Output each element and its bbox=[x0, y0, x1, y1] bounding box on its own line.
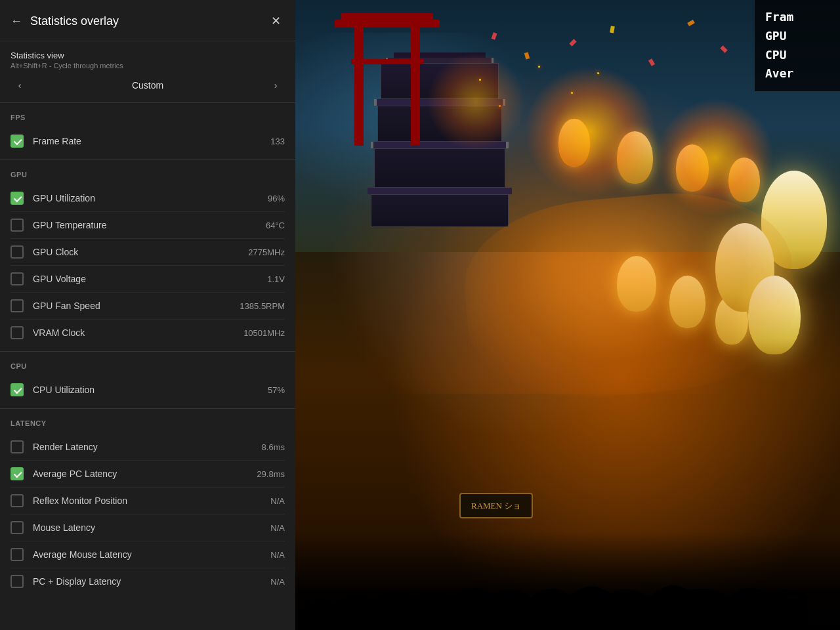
checkbox-gpu-temperature[interactable] bbox=[10, 219, 24, 232]
checkbox-cpu-utilization[interactable] bbox=[10, 383, 24, 396]
stats-view-prev-button[interactable]: ‹ bbox=[10, 76, 29, 94]
metric-row-frame-rate: Frame Rate 133 bbox=[10, 128, 285, 154]
checkbox-render-latency[interactable] bbox=[10, 440, 24, 453]
close-icon[interactable]: ✕ bbox=[266, 12, 285, 30]
overlay-stat-avg-latency: Aver bbox=[765, 64, 830, 83]
stats-view-nav: ‹ Custom › bbox=[10, 76, 285, 94]
metric-value-gpu-utilization: 96% bbox=[232, 194, 285, 203]
metric-row-average-pc-latency: Average PC Latency 29.8ms bbox=[10, 461, 285, 488]
lantern-4 bbox=[728, 158, 760, 202]
metric-row-gpu-utilization: GPU Utilization 96% bbox=[10, 185, 285, 212]
fps-section: FPS Frame Rate 133 bbox=[0, 103, 295, 154]
metric-name-reflex-monitor-position: Reflex Monitor Position bbox=[33, 495, 232, 506]
stats-view-section: Statistics view Alt+Shift+R - Cycle thro… bbox=[0, 41, 295, 103]
cpu-section: CPU CPU Utilization 57% bbox=[0, 352, 295, 403]
game-view: RAMEN ショ Fram GPU CPU Aver bbox=[295, 0, 840, 630]
metric-value-gpu-clock: 2775MHz bbox=[232, 247, 285, 257]
checkbox-mouse-latency[interactable] bbox=[10, 521, 24, 534]
metric-value-gpu-fan-speed: 1385.5RPM bbox=[232, 301, 285, 311]
fps-section-label: FPS bbox=[10, 114, 285, 121]
checkbox-gpu-fan-speed[interactable] bbox=[10, 299, 24, 312]
metric-name-render-latency: Render Latency bbox=[33, 442, 232, 452]
metric-row-average-mouse-latency: Average Mouse Latency N/A bbox=[10, 541, 285, 568]
metric-value-cpu-utilization: 57% bbox=[232, 385, 285, 395]
metric-name-average-mouse-latency: Average Mouse Latency bbox=[33, 549, 232, 560]
metric-value-average-pc-latency: 29.8ms bbox=[232, 469, 285, 479]
metric-value-render-latency: 8.6ms bbox=[232, 442, 285, 452]
metric-row-gpu-temperature: GPU Temperature 64°C bbox=[10, 212, 285, 239]
metric-value-gpu-voltage: 1.1V bbox=[232, 274, 285, 284]
lantern-1 bbox=[558, 118, 591, 167]
checkbox-average-mouse-latency[interactable] bbox=[10, 548, 24, 561]
metric-row-gpu-clock: GPU Clock 2775MHz bbox=[10, 239, 285, 266]
checkbox-frame-rate[interactable] bbox=[10, 135, 24, 148]
metric-name-gpu-voltage: GPU Voltage bbox=[33, 274, 232, 284]
gpu-section: GPU GPU Utilization 96% GPU Temperature … bbox=[0, 160, 295, 346]
metric-name-vram-clock: VRAM Clock bbox=[33, 327, 232, 338]
metric-value-reflex-monitor-position: N/A bbox=[232, 496, 285, 506]
metric-row-vram-clock: VRAM Clock 10501MHz bbox=[10, 320, 285, 346]
checkbox-pc-display-latency[interactable] bbox=[10, 575, 24, 588]
metric-row-render-latency: Render Latency 8.6ms bbox=[10, 434, 285, 461]
checkbox-average-pc-latency[interactable] bbox=[10, 467, 24, 480]
ramen-shop-sign: RAMEN ショ bbox=[459, 493, 533, 518]
stats-view-next-button[interactable]: › bbox=[266, 76, 285, 94]
metric-name-gpu-utilization: GPU Utilization bbox=[33, 193, 232, 203]
panel-header: ← Statistics overlay ✕ bbox=[0, 0, 295, 41]
metric-row-pc-display-latency: PC + Display Latency N/A bbox=[10, 568, 285, 595]
shop-sign-text: RAMEN ショ bbox=[471, 501, 521, 511]
metric-row-gpu-voltage: GPU Voltage 1.1V bbox=[10, 266, 285, 293]
stats-view-shortcut: Alt+Shift+R - Cycle through metrics bbox=[10, 62, 285, 70]
panel-title: Statistics overlay bbox=[30, 14, 266, 28]
stats-view-label: Statistics view bbox=[10, 51, 285, 60]
metric-name-frame-rate: Frame Rate bbox=[33, 136, 232, 146]
metric-value-frame-rate: 133 bbox=[232, 136, 285, 146]
crowd-silhouette bbox=[295, 532, 840, 630]
overlay-stat-cpu: CPU bbox=[765, 46, 830, 65]
metric-value-gpu-temperature: 64°C bbox=[232, 220, 285, 230]
metric-name-mouse-latency: Mouse Latency bbox=[33, 522, 232, 533]
metric-value-average-mouse-latency: N/A bbox=[232, 550, 285, 560]
metric-value-pc-display-latency: N/A bbox=[232, 577, 285, 587]
cpu-section-label: CPU bbox=[10, 362, 285, 370]
lantern-2 bbox=[617, 131, 653, 184]
metric-name-gpu-fan-speed: GPU Fan Speed bbox=[33, 301, 232, 311]
metric-name-gpu-temperature: GPU Temperature bbox=[33, 220, 232, 230]
metric-row-reflex-monitor-position: Reflex Monitor Position N/A bbox=[10, 488, 285, 514]
checkbox-gpu-voltage[interactable] bbox=[10, 272, 24, 285]
metric-name-cpu-utilization: CPU Utilization bbox=[33, 385, 232, 395]
overlay-stat-gpu: GPU bbox=[765, 27, 830, 46]
overlay-stat-frame-rate: Fram bbox=[765, 8, 830, 27]
stats-view-current: Custom bbox=[29, 80, 266, 91]
gpu-section-label: GPU bbox=[10, 171, 285, 178]
checkbox-vram-clock[interactable] bbox=[10, 326, 24, 339]
back-icon[interactable]: ← bbox=[10, 14, 22, 28]
metric-name-average-pc-latency: Average PC Latency bbox=[33, 469, 232, 479]
statistics-overlay-panel: ← Statistics overlay ✕ Statistics view A… bbox=[0, 0, 295, 630]
metric-value-mouse-latency: N/A bbox=[232, 523, 285, 533]
metric-name-gpu-clock: GPU Clock bbox=[33, 247, 232, 257]
lantern-3 bbox=[676, 144, 709, 192]
checkbox-reflex-monitor-position[interactable] bbox=[10, 494, 24, 507]
metric-row-mouse-latency: Mouse Latency N/A bbox=[10, 514, 285, 541]
latency-section: Latency Render Latency 8.6ms Average PC … bbox=[0, 409, 295, 595]
game-scene: RAMEN ショ Fram GPU CPU Aver bbox=[295, 0, 840, 630]
checkbox-gpu-clock[interactable] bbox=[10, 245, 24, 259]
torii-gate bbox=[348, 20, 427, 151]
latency-section-label: Latency bbox=[10, 419, 285, 427]
checkbox-gpu-utilization[interactable] bbox=[10, 192, 24, 205]
metric-row-gpu-fan-speed: GPU Fan Speed 1385.5RPM bbox=[10, 293, 285, 320]
metric-name-pc-display-latency: PC + Display Latency bbox=[33, 576, 232, 587]
metric-value-vram-clock: 10501MHz bbox=[232, 328, 285, 338]
overlay-stats: Fram GPU CPU Aver bbox=[755, 0, 840, 91]
metric-row-cpu-utilization: CPU Utilization 57% bbox=[10, 377, 285, 403]
